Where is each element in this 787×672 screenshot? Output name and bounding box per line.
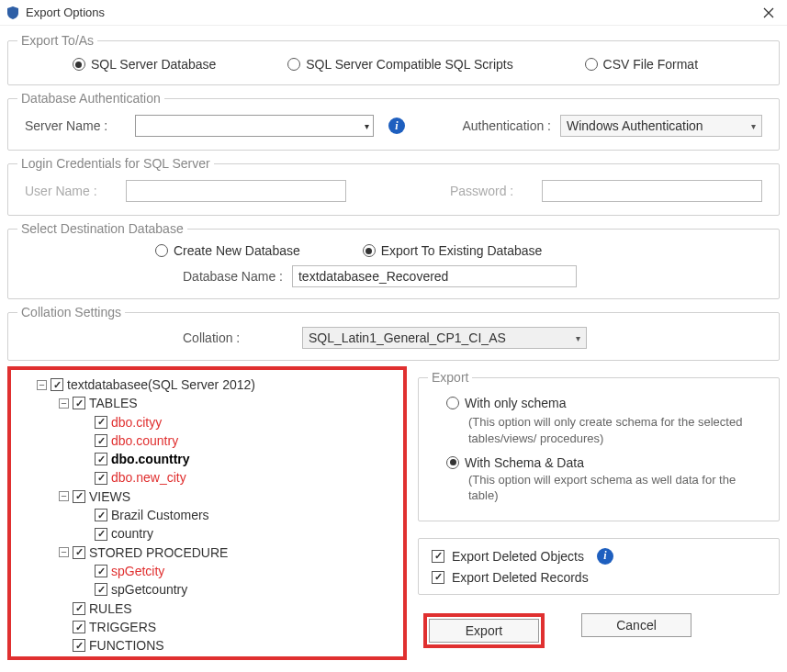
- tree-checkbox[interactable]: [95, 416, 107, 429]
- export-options-group: Export With only schema (This option wil…: [418, 370, 780, 521]
- tree-item[interactable]: country: [18, 524, 396, 543]
- username-input[interactable]: [126, 180, 346, 202]
- export-to-as-group: Export To/As SQL Server Database SQL Ser…: [7, 33, 780, 85]
- tree-functions-row[interactable]: FUNCTIONS: [18, 636, 396, 655]
- tree-checkbox[interactable]: [73, 639, 85, 652]
- tree-checkbox[interactable]: [95, 472, 107, 485]
- collapse-icon[interactable]: −: [37, 380, 47, 390]
- radio-schema-data-label: With Schema & Data: [465, 455, 584, 470]
- tree-root-row[interactable]: − textdatabasee(SQL Server 2012): [18, 375, 396, 394]
- collapse-icon[interactable]: −: [59, 547, 69, 557]
- tree-checkbox[interactable]: [73, 621, 85, 633]
- tree-item[interactable]: spGetcity: [18, 562, 396, 580]
- tree-checkbox[interactable]: [73, 546, 85, 559]
- radio-schema-only-label: With only schema: [465, 396, 566, 410]
- tree-views-label: VIEWS: [89, 487, 130, 506]
- info-icon[interactable]: i: [597, 548, 613, 565]
- tree-item[interactable]: Brazil Customers: [18, 506, 396, 524]
- object-tree[interactable]: − textdatabasee(SQL Server 2012) − TABLE…: [7, 366, 407, 660]
- tree-checkbox[interactable]: [73, 602, 85, 615]
- tree-item[interactable]: dbo.cityy: [18, 413, 396, 431]
- checkbox-deleted-records[interactable]: [432, 571, 444, 584]
- collation-select[interactable]: SQL_Latin1_General_CP1_CI_AS ▾: [302, 327, 587, 349]
- radio-sql-database[interactable]: SQL Server Database: [73, 57, 216, 72]
- db-auth-legend: Database Authentication: [17, 91, 164, 106]
- tree-rules-row[interactable]: RULES: [18, 599, 396, 618]
- tree-checkbox[interactable]: [95, 434, 107, 447]
- collation-legend: Collation Settings: [17, 305, 125, 319]
- tree-item[interactable]: spGetcountry: [18, 580, 396, 599]
- radio-create-new-db-label: Create New Database: [174, 243, 300, 258]
- close-icon[interactable]: [756, 4, 781, 22]
- collapse-icon[interactable]: −: [59, 491, 69, 501]
- collation-label: Collation :: [183, 330, 293, 345]
- tree-tables-label: TABLES: [89, 394, 138, 412]
- tree-sp-row[interactable]: − STORED PROCEDURE: [18, 543, 396, 562]
- radio-sql-scripts[interactable]: SQL Server Compatible SQL Scripts: [287, 57, 512, 72]
- tree-checkbox[interactable]: [95, 583, 107, 596]
- tree-root-label: textdatabasee(SQL Server 2012): [67, 375, 255, 394]
- tree-item-label: spGetcity: [111, 562, 164, 580]
- tree-item-label: dbo.counttry: [111, 450, 190, 468]
- radio-dot-icon: [363, 244, 376, 257]
- tree-item-label: dbo.cityy: [111, 413, 162, 431]
- chevron-down-icon: ▾: [751, 121, 756, 131]
- window-title: Export Options: [26, 6, 756, 19]
- server-name-label: Server Name :: [25, 118, 126, 133]
- chevron-down-icon: ▾: [576, 333, 580, 343]
- radio-schema-data[interactable]: With Schema & Data: [446, 455, 584, 470]
- radio-schema-only[interactable]: With only schema: [446, 396, 566, 410]
- tree-item[interactable]: dbo.new_city: [18, 468, 396, 487]
- tree-triggers-row[interactable]: TRIGGERS: [18, 618, 396, 636]
- tree-views-row[interactable]: − VIEWS: [18, 487, 396, 506]
- schema-only-desc: (This option will only create schema for…: [468, 414, 766, 446]
- radio-dot-icon: [585, 58, 598, 71]
- tree-checkbox[interactable]: [73, 397, 85, 409]
- tree-checkbox[interactable]: [95, 509, 107, 521]
- export-to-as-legend: Export To/As: [17, 33, 97, 48]
- db-name-label: Database Name :: [183, 269, 283, 284]
- tree-item-label: Brazil Customers: [111, 506, 209, 524]
- tree-checkbox[interactable]: [73, 490, 85, 503]
- dest-db-group: Select Destination Database Create New D…: [7, 221, 780, 299]
- radio-create-new-db[interactable]: Create New Database: [155, 243, 300, 258]
- export-button[interactable]: Export: [429, 619, 539, 643]
- password-input[interactable]: [542, 180, 762, 202]
- radio-csv[interactable]: CSV File Format: [585, 57, 698, 72]
- tree-item[interactable]: dbo.counttry: [18, 450, 396, 468]
- cancel-button-label: Cancel: [616, 618, 657, 633]
- radio-sql-database-label: SQL Server Database: [91, 57, 216, 72]
- export-button-label: Export: [466, 623, 502, 638]
- radio-dot-icon: [73, 58, 85, 71]
- export-deleted-group: Export Deleted Objects i Export Deleted …: [418, 538, 780, 595]
- username-label: User Name :: [25, 184, 117, 198]
- tree-item[interactable]: dbo.country: [18, 431, 396, 450]
- checkbox-deleted-objects[interactable]: [432, 550, 444, 563]
- radio-dot-icon: [446, 397, 459, 409]
- tree-checkbox[interactable]: [95, 453, 107, 465]
- deleted-objects-label: Export Deleted Objects: [452, 549, 584, 564]
- radio-export-existing-db-label: Export To Existing Database: [381, 243, 543, 258]
- export-button-highlight: Export: [423, 613, 545, 648]
- tree-checkbox[interactable]: [95, 565, 107, 577]
- radio-export-existing-db[interactable]: Export To Existing Database: [363, 243, 543, 258]
- login-credentials-group: Login Credentials for SQL Server User Na…: [7, 156, 780, 216]
- authentication-select[interactable]: Windows Authentication ▾: [560, 115, 762, 137]
- tree-tables-row[interactable]: − TABLES: [18, 394, 396, 412]
- server-name-combo[interactable]: ▾: [135, 115, 374, 137]
- collation-group: Collation Settings Collation : SQL_Latin…: [7, 305, 780, 361]
- login-credentials-legend: Login Credentials for SQL Server: [17, 156, 214, 171]
- tree-checkbox[interactable]: [95, 528, 107, 541]
- db-name-input[interactable]: textdatabasee_Recovered: [292, 265, 577, 287]
- tree-checkbox[interactable]: [51, 378, 63, 391]
- info-icon[interactable]: i: [388, 118, 405, 134]
- cancel-button[interactable]: Cancel: [581, 613, 691, 637]
- tree-item-label: dbo.country: [111, 431, 178, 450]
- deleted-records-label: Export Deleted Records: [452, 570, 589, 585]
- tree-rules-label: RULES: [89, 599, 132, 618]
- authentication-value: Windows Authentication: [567, 118, 703, 133]
- password-label: Password :: [450, 184, 533, 198]
- export-options-legend: Export: [428, 370, 472, 385]
- collapse-icon[interactable]: −: [59, 398, 69, 409]
- db-auth-group: Database Authentication Server Name : ▾ …: [7, 91, 780, 151]
